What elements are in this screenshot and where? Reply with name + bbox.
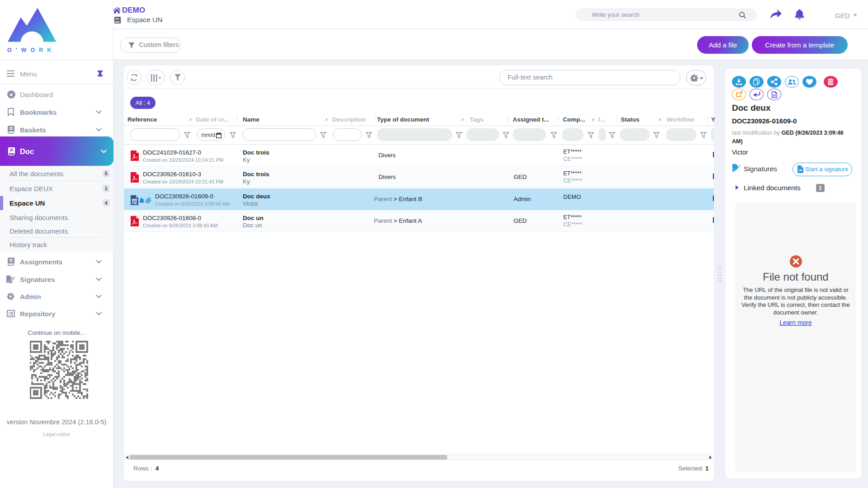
svg-text:O'WORK: O'WORK (7, 47, 55, 53)
svg-text:W: W (134, 201, 137, 205)
